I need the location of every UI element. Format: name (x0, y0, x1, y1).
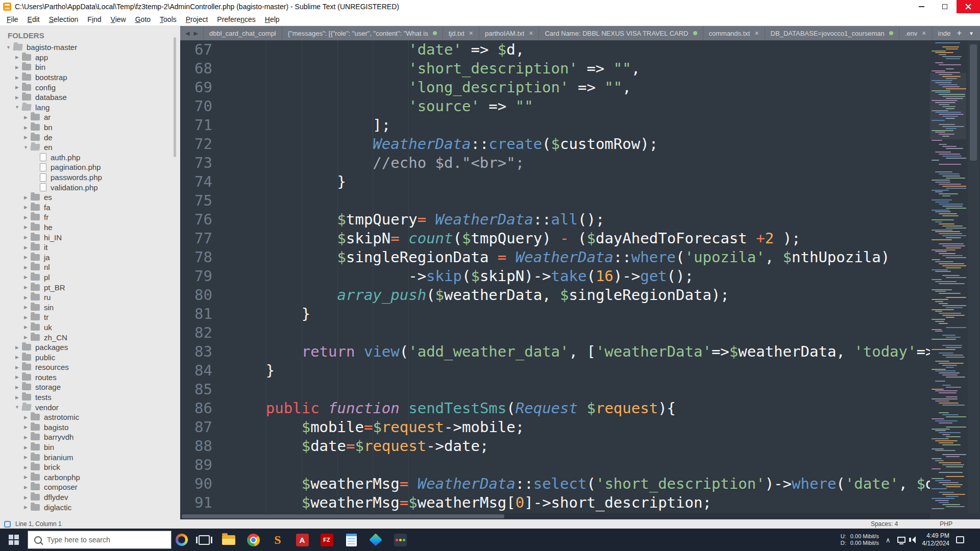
tree-item-pl[interactable]: ▶pl (0, 272, 180, 283)
speaker-icon[interactable] (912, 536, 916, 543)
chevron-down-icon[interactable]: ▼ (22, 145, 29, 150)
tab-commands.txt[interactable]: commands.txt× (703, 26, 765, 40)
tab-close-icon[interactable]: × (754, 30, 758, 37)
chevron-right-icon[interactable]: ▶ (14, 365, 20, 370)
chevron-right-icon[interactable]: ▶ (22, 485, 29, 490)
chevron-right-icon[interactable]: ▶ (14, 374, 20, 380)
tree-item-uk[interactable]: ▶uk (0, 322, 180, 333)
diamond-app-icon[interactable] (363, 529, 388, 551)
tree-item-vendor[interactable]: ▼vendor (0, 402, 180, 412)
menu-selection[interactable]: Selection (44, 15, 83, 23)
syntax-mode[interactable]: PHP (940, 520, 952, 528)
minimap[interactable] (930, 40, 966, 513)
tab-card-name-dbbl-nexus-visa-tr[interactable]: Card Name: DBBL NEXUS VISA TRAVEL CARD (539, 26, 703, 40)
tree-item-public[interactable]: ▶public (0, 352, 180, 362)
tab-close-icon[interactable]: × (529, 30, 533, 37)
chevron-right-icon[interactable]: ▶ (22, 424, 29, 430)
sidebar-scrollbar[interactable] (174, 37, 176, 157)
close-button[interactable] (957, 0, 980, 13)
chevron-right-icon[interactable]: ▶ (22, 235, 29, 240)
chevron-right-icon[interactable]: ▶ (22, 455, 29, 460)
maximize-button[interactable] (933, 0, 957, 13)
menu-goto[interactable]: Goto (131, 15, 155, 23)
tree-item-pt_br[interactable]: ▶pt_BR (0, 282, 180, 292)
chevron-right-icon[interactable]: ▶ (22, 265, 29, 270)
menu-find[interactable]: Find (83, 15, 106, 23)
tree-item-bagisto[interactable]: ▶bagisto (0, 422, 180, 433)
chevron-right-icon[interactable]: ▶ (22, 195, 29, 200)
chrome-icon[interactable] (241, 529, 265, 551)
chevron-down-icon[interactable]: ▼ (5, 45, 12, 50)
tree-item-fr[interactable]: ▶fr (0, 212, 180, 222)
horizontal-scrollbar-thumb[interactable] (182, 514, 504, 518)
tree-item-tests[interactable]: ▶tests (0, 392, 180, 403)
chevron-right-icon[interactable]: ▶ (14, 355, 20, 360)
code-text[interactable]: 'date' => $d, 'short_description' => "",… (227, 40, 930, 512)
cortana-icon[interactable] (176, 534, 188, 546)
tab-index.php[interactable]: index.php× (933, 26, 951, 40)
task-view-icon[interactable] (192, 529, 216, 551)
vertical-scrollbar[interactable] (968, 40, 979, 513)
tree-item-lang[interactable]: ▼lang (0, 103, 180, 113)
tree-item-resources[interactable]: ▶resources (0, 362, 180, 372)
tree-item-hi_in[interactable]: ▶hi_IN (0, 232, 180, 242)
chevron-right-icon[interactable]: ▶ (22, 115, 29, 120)
search-box[interactable]: Type here to search (28, 531, 172, 549)
action-center-icon[interactable] (956, 536, 964, 543)
tree-item-en[interactable]: ▼en (0, 142, 180, 153)
tab-close-icon[interactable]: × (469, 30, 473, 37)
dots-app-icon[interactable] (388, 529, 412, 551)
chevron-right-icon[interactable]: ▶ (22, 125, 29, 130)
tab-parthoiam.txt[interactable]: parthoIAM.txt× (479, 26, 540, 40)
tree-item-app[interactable]: ▶app (0, 53, 180, 63)
chevron-right-icon[interactable]: ▶ (22, 505, 29, 510)
menu-file[interactable]: File (2, 15, 23, 23)
tree-item-es[interactable]: ▶es (0, 192, 180, 203)
chevron-right-icon[interactable]: ▶ (22, 285, 29, 290)
chevron-right-icon[interactable]: ▶ (22, 435, 29, 440)
chevron-right-icon[interactable]: ▶ (22, 215, 29, 220)
tab-nav-back-icon[interactable]: ◀ (185, 30, 189, 37)
indent-setting[interactable]: Spaces: 4 (871, 520, 898, 528)
tree-item-validation.php[interactable]: validation.php (0, 182, 180, 192)
tree-item-brick[interactable]: ▶brick (0, 462, 180, 472)
tab-dbbl-card-chat-compl[interactable]: dbbl_card_chat_compl (204, 26, 282, 40)
start-button[interactable] (0, 529, 28, 551)
menu-edit[interactable]: Edit (23, 15, 44, 23)
tree-item-fa[interactable]: ▶fa (0, 203, 180, 213)
code-area[interactable]: 6768697071727374757677787980818283848586… (180, 40, 980, 519)
horizontal-scrollbar[interactable] (180, 513, 930, 519)
tree-item-routes[interactable]: ▶routes (0, 372, 180, 383)
chevron-right-icon[interactable]: ▶ (22, 324, 29, 330)
chevron-down-icon[interactable]: ▼ (14, 405, 20, 410)
filezilla-icon[interactable]: FZ (314, 529, 339, 551)
tree-item-it[interactable]: ▶it (0, 242, 180, 253)
chevron-right-icon[interactable]: ▶ (14, 345, 20, 350)
tab-overflow-icon[interactable]: ▼ (969, 31, 974, 36)
tree-item-passwords.php[interactable]: passwords.php (0, 172, 180, 183)
tree-item-sin[interactable]: ▶sin (0, 302, 180, 312)
chevron-right-icon[interactable]: ▶ (22, 305, 29, 310)
tab-.env[interactable]: .env× (899, 26, 933, 40)
chevron-right-icon[interactable]: ▶ (22, 295, 29, 300)
tree-item-carbonphp[interactable]: ▶carbonphp (0, 472, 180, 483)
tree-item-diglactic[interactable]: ▶diglactic (0, 502, 180, 512)
chevron-right-icon[interactable]: ▶ (22, 274, 29, 280)
vertical-scrollbar-thumb[interactable] (970, 44, 977, 161)
new-tab-icon[interactable]: + (957, 29, 962, 38)
sublime-text-icon[interactable]: S (265, 529, 290, 551)
chevron-right-icon[interactable]: ▶ (14, 65, 20, 70)
tree-item-astrotomic[interactable]: ▶astrotomic (0, 412, 180, 422)
tree-item-tr[interactable]: ▶tr (0, 312, 180, 322)
chevron-right-icon[interactable]: ▶ (22, 255, 29, 260)
tree-item-storage[interactable]: ▶storage (0, 382, 180, 392)
notes-app-icon[interactable] (339, 529, 363, 551)
chevron-right-icon[interactable]: ▶ (22, 495, 29, 500)
tree-item-brianium[interactable]: ▶brianium (0, 452, 180, 462)
menu-project[interactable]: Project (181, 15, 213, 23)
tree-item-bootstrap[interactable]: ▶bootstrap (0, 72, 180, 83)
tab-tjd.txt[interactable]: tjd.txt× (443, 26, 479, 40)
tree-item-bn[interactable]: ▶bn (0, 122, 180, 133)
tree-item-pagination.php[interactable]: pagination.php (0, 162, 180, 172)
tree-item-he[interactable]: ▶he (0, 222, 180, 233)
